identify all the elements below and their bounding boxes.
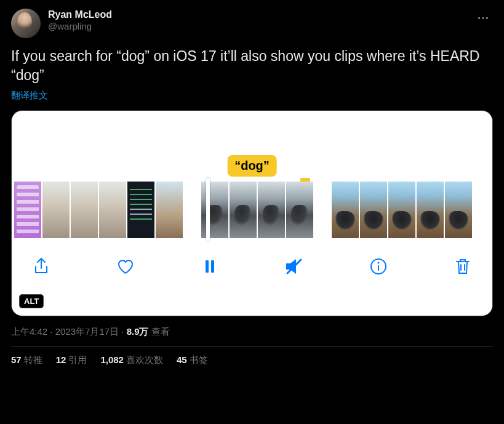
clip-group-3[interactable] xyxy=(332,182,472,238)
trash-icon[interactable] xyxy=(452,255,474,278)
timeline-frame xyxy=(156,182,183,238)
svg-rect-0 xyxy=(206,260,209,273)
tweet-date: 2023年7月17日 xyxy=(55,326,119,337)
tweet-time: 上午4:42 xyxy=(11,326,47,337)
tweet-meta[interactable]: 上午4:42 · 2023年7月17日 · 8.9万 查看 xyxy=(11,326,493,338)
stat-bookmarks[interactable]: 45书签 xyxy=(177,354,208,366)
share-icon[interactable] xyxy=(30,255,52,278)
timeline-frame xyxy=(99,182,126,238)
timeline-frame xyxy=(417,182,444,238)
timeline-frame xyxy=(445,182,472,238)
translate-link[interactable]: 翻译推文 xyxy=(11,90,48,102)
timeline-frame xyxy=(332,182,359,238)
timeline-frame xyxy=(71,182,98,238)
stat-likes[interactable]: 1,082喜欢次数 xyxy=(100,354,163,366)
timeline-frame xyxy=(14,182,41,238)
alt-badge[interactable]: ALT xyxy=(19,294,44,308)
svg-rect-1 xyxy=(211,260,214,273)
display-name: Ryan McLeod xyxy=(48,9,467,21)
divider xyxy=(11,346,493,347)
active-clip-wrap xyxy=(201,182,313,238)
timeline-frame xyxy=(286,182,313,238)
views-label: 查看 xyxy=(149,326,170,337)
media-controls xyxy=(12,238,492,287)
timeline-frame xyxy=(201,182,228,238)
timeline-frame xyxy=(230,182,257,238)
clip-group-1[interactable] xyxy=(14,182,183,238)
timeline-frame xyxy=(388,182,415,238)
tweet-text: If you search for “dog” on iOS 17 it’ll … xyxy=(11,47,493,85)
tweet-stats: 57转推 12引用 1,082喜欢次数 45书签 xyxy=(11,354,493,366)
heart-icon[interactable] xyxy=(114,255,137,278)
pause-icon[interactable] xyxy=(199,255,221,278)
timeline-frame xyxy=(360,182,387,238)
stat-retweets[interactable]: 57转推 xyxy=(11,354,42,366)
author-names[interactable]: Ryan McLeod @warpling xyxy=(48,9,467,33)
timeline-frame xyxy=(127,182,154,238)
video-timeline[interactable] xyxy=(12,182,492,238)
avatar[interactable] xyxy=(11,9,41,38)
mute-icon[interactable] xyxy=(283,255,305,278)
svg-point-4 xyxy=(378,262,380,264)
playhead[interactable] xyxy=(206,178,210,242)
transcript-bubble: “dog” xyxy=(227,155,277,177)
stat-quotes[interactable]: 12引用 xyxy=(56,354,87,366)
media-whitespace: “dog” xyxy=(12,111,492,182)
clip-group-2[interactable] xyxy=(201,182,313,238)
more-icon[interactable]: … xyxy=(474,9,493,21)
tweet-container: Ryan McLeod @warpling … If you search fo… xyxy=(0,0,504,372)
handle: @warpling xyxy=(48,21,467,33)
timeline-frame xyxy=(42,182,70,238)
tweet-header: Ryan McLeod @warpling … xyxy=(11,9,493,38)
views-count: 8.9万 xyxy=(127,326,149,337)
media-attachment[interactable]: “dog” xyxy=(11,110,493,316)
info-icon[interactable] xyxy=(367,255,390,278)
timeline-frame xyxy=(258,182,285,238)
